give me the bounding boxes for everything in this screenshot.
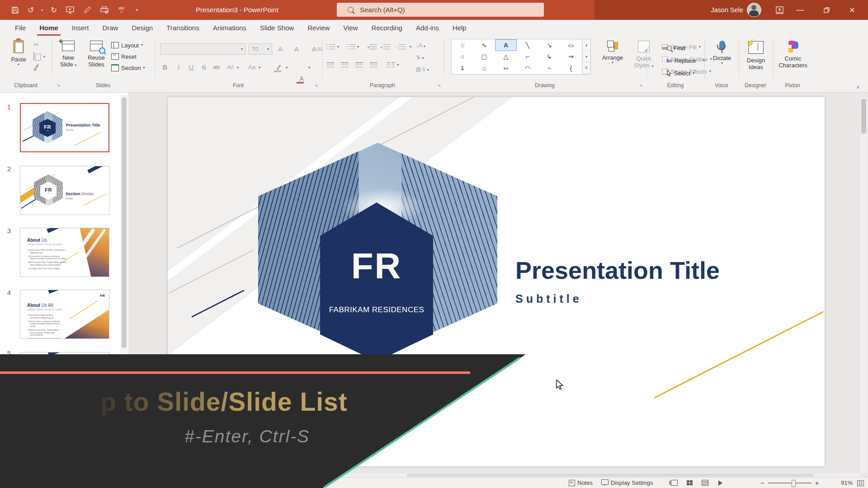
tab-design[interactable]: Design [125, 20, 160, 36]
columns-button[interactable] [387, 62, 395, 68]
shape-curve-icon[interactable]: ~ [538, 62, 560, 74]
align-left-button[interactable] [326, 62, 334, 68]
clear-formatting-button[interactable]: A⌫ [311, 43, 323, 55]
tab-view[interactable]: View [336, 20, 364, 36]
layout-button[interactable]: Layout▾ [111, 40, 143, 51]
font-color-button[interactable]: A [296, 73, 307, 84]
tab-add-ins[interactable]: Add-ins [409, 20, 446, 36]
shapes-more-icon[interactable]: ⊽ [582, 62, 590, 74]
slide-thumbnail-1[interactable]: FR ▪▪▪▪▪▪▪ Presentation Title Subtitle [20, 103, 109, 152]
numbering-dropdown-icon[interactable]: ▾ [357, 45, 359, 49]
shapes-scroll-up-icon[interactable]: ▴ [582, 39, 590, 51]
dictate-button[interactable]: Dictate ▾ [707, 39, 737, 65]
tab-draw[interactable]: Draw [95, 20, 125, 36]
character-spacing-button[interactable]: AV [224, 61, 236, 73]
print-preview-icon[interactable] [96, 0, 113, 20]
zoom-in-button[interactable]: + [815, 479, 819, 487]
tab-help[interactable]: Help [446, 20, 473, 36]
tab-animations[interactable]: Animations [206, 20, 253, 36]
shape-triangle-icon[interactable]: △ [495, 51, 517, 63]
slideshow-view-button[interactable] [715, 479, 725, 487]
copy-icon[interactable] [33, 52, 34, 61]
bullets-dropdown-icon[interactable]: ▾ [337, 45, 339, 49]
redo-icon[interactable]: ↻ [46, 0, 61, 20]
format-painter-icon[interactable] [33, 64, 40, 72]
slide-subtitle-textbox[interactable]: Subtitle [515, 292, 582, 305]
line-spacing-button[interactable]: ↕ [395, 44, 406, 50]
shrink-font-button[interactable]: Aˇ [291, 43, 303, 55]
grow-font-button[interactable]: Aˆ [275, 43, 287, 55]
shape-down-arrow-icon[interactable]: ⇓ [452, 62, 473, 74]
zoom-level[interactable]: 91% [836, 479, 853, 486]
search-bar[interactable] [337, 3, 544, 17]
start-slideshow-icon[interactable] [61, 0, 79, 20]
change-case-dropdown-icon[interactable]: ▾ [259, 66, 260, 70]
display-settings-button[interactable]: Display Settings [601, 478, 653, 488]
align-center-button[interactable] [341, 62, 349, 68]
text-direction-button[interactable]: ↓A ▾ [416, 42, 425, 49]
fabrikam-logo-banner[interactable]: FR FABRIKAM RESIDENCES [320, 202, 433, 361]
slide-thumbnail-2[interactable]: FR ▪▪▪▪▪▪▪ Section Divider Subtitle [20, 166, 109, 215]
shape-elbow-arrow-icon[interactable]: ↳ [538, 51, 560, 63]
tab-recording[interactable]: Recording [365, 20, 409, 36]
comic-characters-button[interactable]: Comic Characters [775, 39, 811, 69]
columns-dropdown-icon[interactable]: ▾ [397, 63, 399, 67]
copy-dropdown-icon[interactable]: ▾ [43, 55, 45, 59]
drawing-dialog-launcher-icon[interactable]: ⇘ [639, 83, 643, 88]
avatar[interactable] [747, 3, 761, 17]
bullets-button[interactable] [326, 44, 335, 50]
line-spacing-dropdown-icon[interactable]: ▾ [410, 45, 411, 49]
font-dialog-launcher-icon[interactable]: ⇘ [315, 83, 318, 88]
paragraph-dialog-launcher-icon[interactable]: ⇘ [438, 83, 441, 88]
clipboard-dialog-launcher-icon[interactable]: ⇘ [57, 83, 61, 88]
shape-rectangle-icon[interactable]: ▭ [560, 39, 582, 51]
cut-icon[interactable]: ✂ [33, 41, 39, 49]
tab-slide-show[interactable]: Slide Show [253, 20, 301, 36]
smartart-button[interactable]: ▤↴ ▾ [416, 66, 429, 72]
minimize-button[interactable]: — [790, 0, 811, 20]
spelling-icon[interactable]: abc✓ [113, 0, 130, 20]
reading-view-button[interactable] [700, 479, 710, 487]
reset-button[interactable]: Reset [111, 51, 137, 62]
fit-slide-to-window-icon[interactable] [857, 480, 864, 486]
text-shadow-button[interactable]: S [198, 61, 210, 73]
zoom-slider-thumb[interactable] [792, 480, 796, 487]
zoom-slider[interactable] [768, 483, 811, 483]
character-spacing-dropdown-icon[interactable]: ▾ [237, 66, 239, 70]
decrease-indent-button[interactable]: ◂ [367, 44, 377, 50]
paste-button[interactable]: Paste ▾ [6, 39, 31, 66]
undo-dropdown-icon[interactable]: ▾ [38, 0, 46, 20]
arrange-button[interactable]: Arrange ▾ [598, 39, 627, 65]
pen-icon[interactable] [79, 0, 96, 20]
search-input[interactable] [359, 5, 533, 14]
shape-freeform-icon[interactable]: ⌂ [473, 62, 495, 74]
slide-thumbnail-4[interactable]: FR About Us Alt LOREM IPSUM DOLOR SIT AM… [20, 290, 109, 339]
shape-squiggle-icon[interactable]: ∿ [473, 39, 495, 51]
replace-button[interactable]: bc Replace▾ [666, 55, 705, 66]
font-size-combo[interactable]: 70▾ [249, 43, 272, 55]
slide-sorter-view-button[interactable] [684, 479, 694, 487]
slide-thumbnail-3[interactable]: About Us LOREM IPSUM DOLOR SIT AMET Lore… [20, 228, 109, 277]
justify-button[interactable] [370, 62, 377, 68]
undo-icon[interactable]: ↺ [24, 0, 38, 20]
shape-star-icon[interactable]: ☆ [452, 39, 473, 51]
highlight-dropdown-icon[interactable]: ▾ [286, 66, 288, 70]
tab-insert[interactable]: Insert [65, 20, 96, 36]
close-button[interactable]: × [842, 0, 863, 20]
change-case-button[interactable]: Aa [246, 61, 258, 73]
tab-review[interactable]: Review [301, 20, 336, 36]
normal-view-button[interactable] [669, 479, 679, 487]
shape-textbox-icon[interactable]: A [495, 39, 517, 51]
shape-scribble-icon[interactable]: ∾ [495, 62, 517, 74]
shape-arrow-line-icon[interactable]: ↘ [538, 39, 560, 51]
bold-button[interactable]: B [159, 61, 171, 73]
find-button[interactable]: Find [666, 42, 685, 53]
thumbnail-panel-scrollbar[interactable] [120, 95, 128, 354]
align-right-button[interactable] [355, 62, 363, 68]
canvas-horizontal-scrollbar[interactable] [316, 473, 860, 477]
reuse-slides-button[interactable]: Reuse Slides [83, 39, 109, 68]
tab-home[interactable]: Home [33, 20, 65, 36]
design-ideas-button[interactable]: Design Ideas [741, 39, 771, 70]
slide-title-textbox[interactable]: Presentation Title [515, 256, 720, 284]
shape-arc-icon[interactable]: ◠ [517, 62, 538, 74]
